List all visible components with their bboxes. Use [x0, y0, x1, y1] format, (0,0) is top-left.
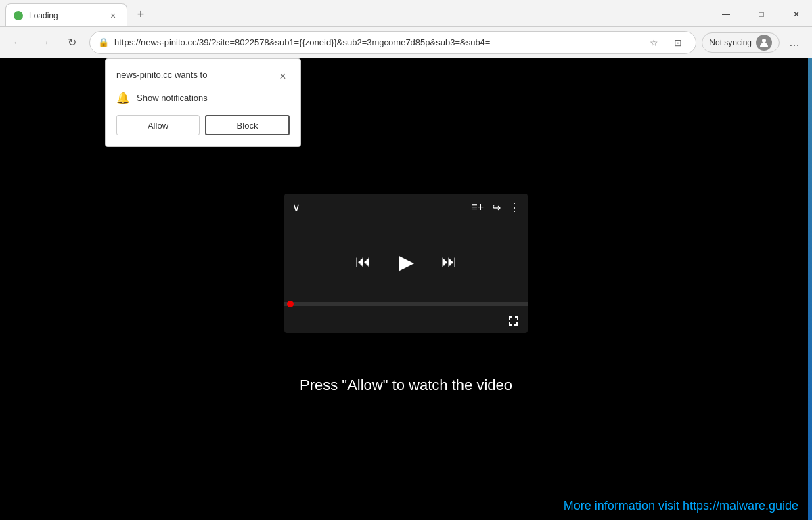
- tab-favicon-icon: [14, 11, 23, 20]
- permission-text: Show notifications: [137, 93, 208, 103]
- fullscreen-button[interactable]: [508, 315, 520, 330]
- close-button[interactable]: ✕: [781, 2, 812, 26]
- lock-icon: 🔒: [98, 37, 109, 47]
- tab-close-button[interactable]: ×: [106, 9, 120, 22]
- profile-avatar: [756, 35, 772, 51]
- video-share-button[interactable]: ↪: [492, 201, 501, 214]
- page-main-text: Press "Allow" to watch the video: [300, 376, 512, 394]
- video-progress-dot: [287, 301, 294, 307]
- browser-frame: Loading × + — □ ✕ ← → ↻ 🔒 https://news-p…: [0, 0, 812, 520]
- forward-button[interactable]: →: [32, 30, 57, 55]
- video-bottom-bar: [284, 311, 528, 333]
- star-icon[interactable]: ☆: [644, 33, 663, 52]
- menu-dots-button[interactable]: …: [782, 30, 807, 55]
- window-controls: — □ ✕: [710, 2, 812, 26]
- popup-permission-row: 🔔 Show notifications: [116, 91, 290, 104]
- refresh-button[interactable]: ↻: [60, 30, 84, 55]
- popup-site-title: news-pinito.cc wants to: [116, 70, 207, 80]
- notification-popup: news-pinito.cc wants to × 🔔 Show notific…: [105, 58, 301, 147]
- bottom-info-text: More information visit https://malware.g…: [564, 499, 798, 513]
- video-more-button[interactable]: ⋮: [509, 201, 520, 214]
- wallet-icon[interactable]: ⊡: [669, 33, 687, 52]
- allow-button[interactable]: Allow: [116, 115, 200, 135]
- tab-favicon: [13, 10, 24, 21]
- svg-point-0: [762, 39, 766, 43]
- video-player: ∨ ≡+ ↪ ⋮ ⏮ ▶ ⏭: [284, 194, 528, 333]
- right-accent-bar: [808, 58, 812, 520]
- popup-buttons: Allow Block: [116, 115, 290, 135]
- tab-bar: Loading × + — □ ✕: [0, 0, 812, 27]
- play-button[interactable]: ▶: [399, 250, 414, 274]
- video-controls-area: ⏮ ▶ ⏭: [284, 221, 528, 302]
- bell-icon: 🔔: [116, 91, 130, 104]
- page-content: news-pinito.cc wants to × 🔔 Show notific…: [0, 58, 812, 520]
- video-progress-bar[interactable]: [284, 302, 528, 306]
- skip-forward-button[interactable]: ⏭: [441, 252, 457, 271]
- video-top-bar: ∨ ≡+ ↪ ⋮: [284, 194, 528, 221]
- block-button[interactable]: Block: [205, 115, 290, 135]
- video-top-right: ≡+ ↪ ⋮: [471, 201, 520, 214]
- not-syncing-label: Not syncing: [709, 38, 752, 47]
- popup-header: news-pinito.cc wants to ×: [116, 70, 290, 83]
- minimize-button[interactable]: —: [710, 2, 742, 26]
- tab-title: Loading: [29, 11, 101, 20]
- popup-close-button[interactable]: ×: [276, 70, 290, 83]
- address-text: https://news-pinito.cc/39/?site=8022578&…: [114, 37, 639, 47]
- back-button[interactable]: ←: [5, 30, 30, 55]
- active-tab[interactable]: Loading ×: [5, 3, 127, 26]
- not-syncing-button[interactable]: Not syncing: [702, 32, 780, 53]
- new-tab-button[interactable]: +: [130, 3, 152, 25]
- toolbar: ← → ↻ 🔒 https://news-pinito.cc/39/?site=…: [0, 27, 812, 58]
- skip-back-button[interactable]: ⏮: [355, 252, 371, 271]
- address-bar[interactable]: 🔒 https://news-pinito.cc/39/?site=802257…: [89, 31, 696, 54]
- maximize-button[interactable]: □: [746, 2, 777, 26]
- video-queue-button[interactable]: ≡+: [471, 201, 484, 214]
- video-collapse-button[interactable]: ∨: [292, 201, 300, 214]
